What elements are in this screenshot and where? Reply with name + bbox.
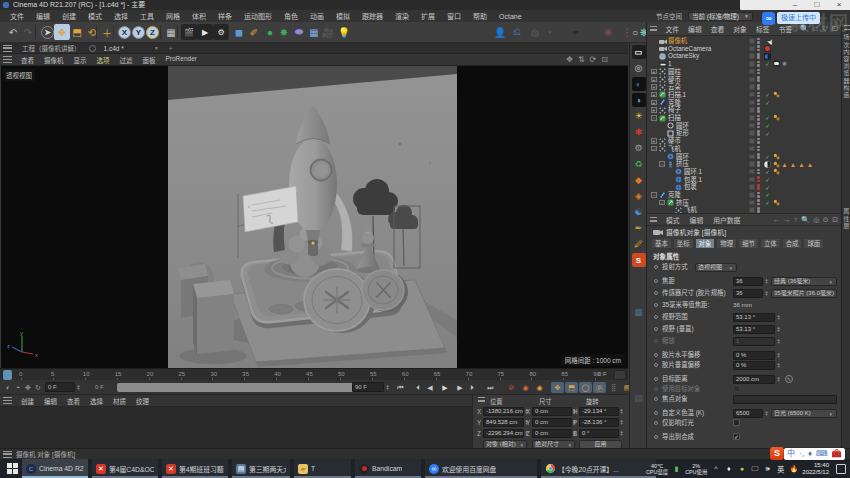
- attr-tab-合成[interactable]: 合成: [782, 238, 803, 249]
- object-row-飞机[interactable]: 飞机: [647, 206, 842, 213]
- object-row-圆柱[interactable]: +圆柱: [647, 68, 842, 76]
- anim-dot-icon[interactable]: [654, 377, 658, 381]
- display-icon[interactable]: 🖵: [750, 464, 759, 473]
- box-icon[interactable]: ⊡: [832, 216, 838, 224]
- menu-item-9[interactable]: 样条: [212, 11, 238, 21]
- input-lang-indicator[interactable]: 英: [776, 464, 785, 473]
- anim-dot-icon[interactable]: [654, 327, 658, 331]
- object-name[interactable]: OctaneCamera: [668, 45, 711, 53]
- y-axis-lock-icon[interactable]: Y: [132, 26, 145, 39]
- attr-field[interactable]: 0 %: [733, 351, 775, 360]
- up-arrow-icon[interactable]: ↑: [794, 216, 798, 224]
- x-axis-lock-icon[interactable]: X: [118, 26, 131, 39]
- project-menu-icon[interactable]: [3, 45, 12, 52]
- anim-dot-icon[interactable]: [654, 411, 658, 415]
- attr-stepper[interactable]: ▲▼: [776, 324, 781, 334]
- om-menu-1[interactable]: 文件: [661, 24, 684, 34]
- notification-center-icon[interactable]: [836, 464, 846, 474]
- layer-toggle[interactable]: [749, 146, 755, 152]
- menu-item-11[interactable]: 角色: [278, 11, 304, 21]
- sogou-ime-bar[interactable]: S 中 ·, ♦ ⌨ 🧰: [770, 447, 845, 460]
- visibility-dots[interactable]: [757, 45, 760, 51]
- timeline-playhead[interactable]: [3, 370, 12, 380]
- layer-toggle[interactable]: [749, 53, 755, 59]
- next-frame-button[interactable]: ▶: [454, 382, 466, 393]
- layer-toggle[interactable]: [749, 100, 755, 106]
- attr-stepper[interactable]: ▲▼: [764, 408, 769, 418]
- collapse-icon[interactable]: -: [651, 146, 657, 152]
- expand-icon[interactable]: +: [651, 84, 657, 90]
- attr-tab-坐标[interactable]: 坐标: [673, 238, 694, 249]
- attr-dropdown[interactable]: 35毫米照片 (36.0毫米)▼: [771, 289, 837, 298]
- position-z-field[interactable]: -2296.294 cm: [483, 429, 524, 438]
- visibility-dots[interactable]: [757, 169, 760, 175]
- object-name[interactable]: 克隆: [668, 191, 681, 199]
- start-frame-field[interactable]: 0 F: [45, 382, 75, 392]
- menu-item-5[interactable]: 选择: [108, 11, 134, 21]
- mic-icon[interactable]: ♦: [724, 464, 733, 473]
- home-icon[interactable]: ⌂: [813, 24, 818, 33]
- layer-toggle[interactable]: [749, 61, 755, 67]
- tracker-icon[interactable]: ✺: [600, 24, 616, 40]
- menu-item-16[interactable]: 扩展: [415, 11, 441, 21]
- attr-field[interactable]: 36: [733, 289, 763, 298]
- object-row-挤压[interactable]: -挤压✓: [647, 199, 842, 207]
- menu-item-1[interactable]: 文件: [4, 11, 30, 21]
- layer-toggle[interactable]: [749, 84, 755, 90]
- collapse-icon[interactable]: -: [659, 161, 665, 167]
- layer-toggle[interactable]: [749, 69, 755, 75]
- zoom-view-icon[interactable]: ⇅: [578, 55, 585, 64]
- rotation-b-stepper[interactable]: ▲▼: [619, 428, 624, 438]
- rotate-tool-icon[interactable]: ⟲: [84, 24, 100, 40]
- taskbar-item-2[interactable]: ✕第4届C4D&OC实...: [92, 459, 158, 478]
- material-menu-1[interactable]: 创建: [16, 396, 39, 406]
- visibility-dots[interactable]: [757, 122, 760, 128]
- attr-field[interactable]: 0 %: [733, 361, 775, 370]
- layer-toggle[interactable]: [749, 200, 755, 206]
- menu-item-15[interactable]: 渲染: [389, 11, 415, 21]
- visibility-dots[interactable]: [757, 138, 760, 144]
- layer-toggle[interactable]: [749, 107, 755, 113]
- project-tab[interactable]: 工程（摄像机讲解）: [22, 43, 81, 53]
- preview-range-bar[interactable]: 90 F: [117, 383, 383, 392]
- object-row-OctaneCamera[interactable]: OctaneCamera: [647, 45, 842, 53]
- rotation-h-stepper[interactable]: ▲▼: [619, 406, 624, 416]
- layer-toggle[interactable]: [749, 154, 755, 160]
- attr-dropdown[interactable]: 经典 (36毫米)▼: [771, 277, 837, 286]
- object-name[interactable]: 飞机: [684, 206, 697, 213]
- visibility-dots[interactable]: [757, 161, 760, 167]
- attr-tab-物理[interactable]: 物理: [716, 238, 737, 249]
- octane-camera-icon[interactable]: ◎: [632, 61, 646, 75]
- box-icon[interactable]: ⊡: [832, 24, 838, 33]
- expand-icon[interactable]: +: [651, 92, 657, 98]
- ball-icon-3[interactable]: ✥: [23, 382, 33, 393]
- toggle-view-icon[interactable]: ⊡: [601, 55, 608, 64]
- anim-dot-icon[interactable]: [654, 339, 658, 343]
- attr-field[interactable]: 1: [733, 337, 775, 346]
- visibility-dots[interactable]: [757, 107, 760, 113]
- layer-toggle[interactable]: [749, 92, 755, 98]
- record-rotation-toggle[interactable]: ◯: [579, 382, 592, 393]
- material-menu-3[interactable]: 查看: [62, 396, 85, 406]
- tab-attributes-layer[interactable]: 属性层: [842, 208, 850, 230]
- keyframe-selection-button[interactable]: ◉: [533, 382, 546, 393]
- object-name[interactable]: 包裹: [684, 183, 697, 191]
- coords-menu-icon[interactable]: [478, 397, 485, 402]
- om-menu-4[interactable]: 对象: [729, 24, 752, 34]
- attr-stepper[interactable]: ▲▼: [776, 336, 781, 346]
- green-chip-icon[interactable]: ▮: [672, 464, 681, 473]
- object-row-椅子[interactable]: +椅子: [647, 106, 842, 114]
- fox-orange-icon[interactable]: ◆: [632, 173, 646, 187]
- search-icon[interactable]: 🔍: [800, 24, 809, 33]
- om-menu-3[interactable]: 查看: [706, 24, 729, 34]
- object-name[interactable]: 圆柱: [668, 68, 681, 76]
- red-material-icon[interactable]: ✱: [632, 125, 646, 139]
- picker-icon[interactable]: ↖: [785, 375, 793, 383]
- menu-item-14[interactable]: 跟踪器: [356, 11, 389, 21]
- chinese-english-icon[interactable]: 中: [787, 448, 795, 460]
- expand-icon[interactable]: +: [651, 77, 657, 83]
- rotation-h-field[interactable]: -29.134 °: [579, 407, 619, 416]
- object-name[interactable]: 1: [668, 60, 672, 68]
- search-icon[interactable]: 🔍: [801, 216, 810, 224]
- menu-item-18[interactable]: 帮助: [467, 11, 493, 21]
